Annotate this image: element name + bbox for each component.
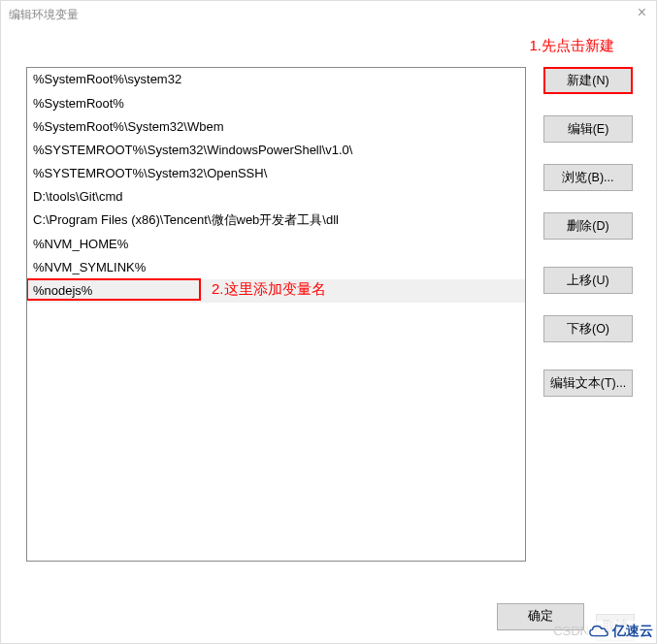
path-listbox[interactable]: %SystemRoot%\system32 %SystemRoot% %Syst… <box>26 67 526 562</box>
titlebar: 编辑环境变量 × <box>1 1 656 28</box>
delete-button[interactable]: 删除(D) <box>543 212 633 240</box>
list-item[interactable]: %SYSTEMROOT%\System32\WindowsPowerShell\… <box>27 139 525 162</box>
yisu-text: 亿速云 <box>612 623 653 640</box>
move-down-button[interactable]: 下移(O) <box>543 315 633 342</box>
list-item[interactable]: %NVM_HOME% <box>27 232 525 255</box>
annotation-step2: 2.这里添加变量名 <box>212 280 326 299</box>
cloud-icon <box>588 624 609 639</box>
close-icon[interactable]: × <box>638 5 646 20</box>
new-button[interactable]: 新建(N) <box>543 67 633 94</box>
dialog-body: %SystemRoot%\system32 %SystemRoot% %Syst… <box>1 28 656 590</box>
list-item[interactable]: %SystemRoot% <box>27 91 525 114</box>
browse-button[interactable]: 浏览(B)... <box>543 164 633 191</box>
yisu-watermark: 亿速云 <box>586 621 655 642</box>
list-item[interactable]: %SYSTEMROOT%\System32\OpenSSH\ <box>27 162 525 185</box>
edit-button[interactable]: 编辑(E) <box>543 115 633 143</box>
list-item[interactable]: C:\Program Files (x86)\Tencent\微信web开发者工… <box>27 209 525 232</box>
env-var-dialog: 编辑环境变量 × 1.先点击新建 %SystemRoot%\system32 %… <box>0 0 657 644</box>
annotation-step1: 1.先点击新建 <box>529 37 614 55</box>
csdn-watermark: CSDN <box>553 624 589 638</box>
edit-text-button[interactable]: 编辑文本(T)... <box>543 370 633 397</box>
list-item[interactable]: %SystemRoot%\system32 <box>27 68 525 91</box>
list-item[interactable]: %NVM_SYMLINK% <box>27 256 525 279</box>
move-up-button[interactable]: 上移(U) <box>543 267 633 294</box>
list-item[interactable]: %SystemRoot%\System32\Wbem <box>27 114 525 138</box>
dialog-title: 编辑环境变量 <box>9 7 79 23</box>
list-item[interactable]: D:\tools\Git\cmd <box>27 185 525 209</box>
spacer <box>543 240 637 267</box>
spacer <box>543 342 637 370</box>
side-button-panel: 新建(N) 编辑(E) 浏览(B)... 删除(D) 上移(U) 下移(O) 编… <box>543 67 637 590</box>
